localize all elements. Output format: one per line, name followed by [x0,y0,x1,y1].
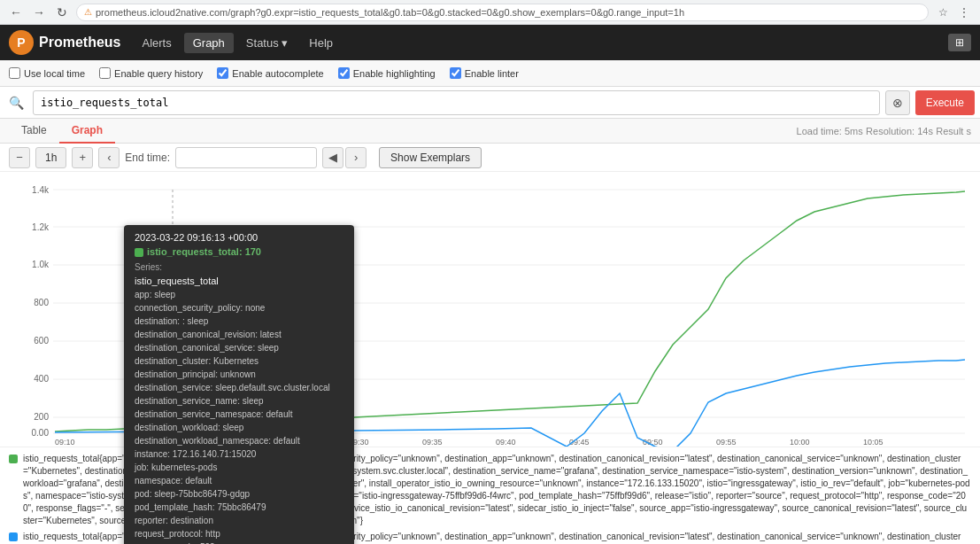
tooltip-series-name: istio_requests_total [135,276,343,286]
svg-text:1.4k: 1.4k [32,185,50,195]
svg-text:1.0k: 1.0k [32,260,50,269]
use-local-time-label: Use local time [24,68,85,79]
nav-status[interactable]: Status ▾ [237,33,297,53]
use-local-time-checkbox[interactable] [9,67,20,79]
tooltip-label-item: request_protocol: http [135,527,343,540]
tooltip-label-item: connection_security_policy: none [135,301,343,315]
forward-button[interactable]: → [30,4,48,21]
tooltip-metric: istio_requests_total: 170 [135,246,343,257]
nav-alerts[interactable]: Alerts [133,33,180,53]
tooltip-label-item: instance: 172.16.140.71:15020 [135,447,343,461]
query-bar: 🔍 ⊗ Execute [0,87,980,119]
show-exemplars-button[interactable]: Show Exemplars [379,147,482,168]
lock-icon: ⚠ [84,7,92,17]
tooltip-label-item: destination_canonical_revision: latest [135,328,343,341]
enable-highlighting-label: Enable highlighting [353,68,436,79]
time-back-button[interactable]: ‹ [98,147,120,168]
main-content: 1.4k 1.2k 1.0k 800 600 400 200 0.00 09:1… [0,172,980,544]
execute-button[interactable]: Execute [915,90,975,115]
enable-query-history-label: Enable query history [114,68,203,79]
tooltip-label-item: app: sleep [135,288,343,301]
enable-highlighting-checkbox[interactable] [338,67,350,79]
svg-text:400: 400 [34,374,49,384]
tooltip-labels: app: sleepconnection_security_policy: no… [135,288,343,544]
enable-linter-label: Enable linter [465,68,519,79]
nav-help[interactable]: Help [300,33,342,53]
end-time-label: End time: [125,152,170,164]
search-icon: 🔍 [5,96,27,110]
tooltip-label-item: destination_workload: sleep [135,421,343,434]
legend-color-1 [9,532,18,541]
enable-autocomplete-option[interactable]: Enable autocomplete [217,67,323,79]
tab-table[interactable]: Table [9,119,59,144]
url-text: prometheus.icloud2native.com/graph?g0.ex… [96,7,684,18]
tooltip-label-item: job: kubernetes-pods [135,461,343,474]
svg-text:09:40: 09:40 [496,438,516,447]
nav-title: Prometheus [39,35,120,51]
browser-actions: ☆ ⋮ [934,4,973,21]
enable-autocomplete-label: Enable autocomplete [232,68,323,79]
svg-text:10:00: 10:00 [790,438,810,447]
enable-highlighting-option[interactable]: Enable highlighting [338,67,436,79]
tooltip-series-label: Series: [135,262,343,272]
tooltip-label-item: pod_template_hash: 75bbc86479 [135,501,343,514]
time-bar: − 1h + ‹ End time: ◀ › Show Exemplars [0,144,980,172]
svg-text:0.00: 0.00 [32,428,50,438]
tooltip-label-item: response_code: 503 [135,540,343,544]
query-input[interactable] [33,90,880,115]
svg-text:09:10: 09:10 [55,438,75,447]
nav-logo: P Prometheus [9,30,120,55]
menu-button[interactable]: ⋮ [955,4,973,21]
result-size: Result s [936,126,971,136]
resolution: Resolution: 14s [866,126,933,136]
tooltip-label-item: destination: : sleep [135,315,343,328]
svg-text:1.2k: 1.2k [32,222,50,232]
step-forward-button[interactable]: › [345,147,367,168]
tooltip-popup: 2023-03-22 09:16:13 +00:00 istio_request… [124,225,354,544]
url-bar[interactable]: ⚠ prometheus.icloud2native.com/graph?g0.… [76,4,929,21]
tooltip-label-item: destination_service: sleep.default.svc.c… [135,381,343,394]
end-time-input[interactable] [175,147,317,168]
options-bar: Use local time Enable query history Enab… [0,60,980,87]
svg-text:200: 200 [34,412,49,422]
step-back-button[interactable]: ◀ [322,147,343,168]
refresh-button[interactable]: ↻ [53,4,71,21]
tooltip-label-item: reporter: destination [135,514,343,527]
query-clear-button[interactable]: ⊗ [885,90,910,115]
svg-text:10:05: 10:05 [863,438,884,447]
tooltip-label-item: namespace: default [135,474,343,487]
tooltip-label-item: destination_principal: unknown [135,368,343,381]
enable-query-history-option[interactable]: Enable query history [99,67,203,79]
nav-right-button[interactable]: ⊞ [948,34,971,51]
use-local-time-option[interactable]: Use local time [9,67,85,79]
load-time: Load time: 5ms [797,126,863,136]
tooltip-label-item: destination_cluster: Kubernetes [135,354,343,368]
prometheus-logo-icon: P [9,30,34,55]
tooltip-timestamp: 2023-03-22 09:16:13 +00:00 [135,232,343,243]
svg-text:09:55: 09:55 [716,438,737,447]
tooltip-label-item: pod: sleep-75bbc86479-gdgp [135,487,343,501]
tab-graph[interactable]: Graph [59,119,115,144]
browser-bar: ← → ↻ ⚠ prometheus.icloud2native.com/gra… [0,0,980,25]
svg-text:800: 800 [34,298,49,307]
enable-linter-checkbox[interactable] [450,67,461,79]
duration-minus-button[interactable]: − [9,147,30,168]
legend-color-0 [9,455,18,463]
back-button[interactable]: ← [7,4,25,21]
enable-autocomplete-checkbox[interactable] [217,67,228,79]
enable-linter-option[interactable]: Enable linter [450,67,519,79]
duration-plus-button[interactable]: + [72,147,93,168]
duration-display: 1h [35,147,66,168]
tab-bar: Table Graph Load time: 5ms Resolution: 1… [0,119,980,144]
tooltip-label-item: destination_canonical_service: sleep [135,341,343,354]
tooltip-label-item: destination_service_namespace: default [135,408,343,421]
svg-text:600: 600 [34,336,49,346]
tooltip-label-item: destination_workload_namespace: default [135,434,343,447]
graph-container: 1.4k 1.2k 1.0k 800 600 400 200 0.00 09:1… [0,172,980,447]
bookmark-button[interactable]: ☆ [934,4,952,21]
time-step-buttons: ◀ › [322,147,367,168]
nav-graph[interactable]: Graph [184,33,234,53]
enable-query-history-checkbox[interactable] [99,67,111,79]
nav-bar: P Prometheus Alerts Graph Status ▾ Help … [0,25,980,60]
tooltip-label-item: destination_service_name: sleep [135,394,343,408]
